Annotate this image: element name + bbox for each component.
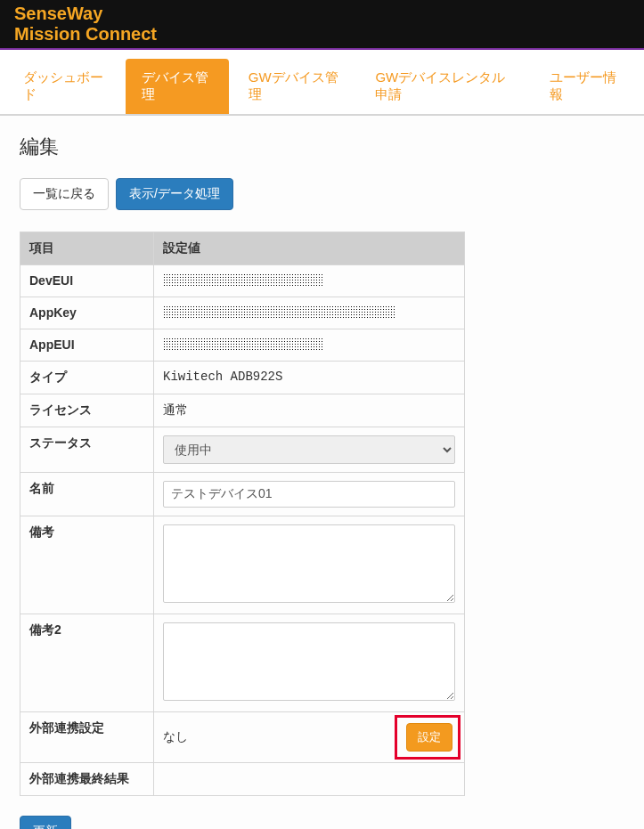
value-remarks-cell (154, 516, 465, 614)
value-remarks2-cell (154, 614, 465, 712)
value-appeui (154, 329, 465, 362)
tab-user-info[interactable]: ユーザー情報 (534, 59, 637, 114)
label-type: タイプ (20, 362, 154, 394)
highlight-box: 設定 (395, 715, 461, 760)
page-title: 編集 (20, 134, 624, 160)
table-row: 外部連携最終結果 (20, 763, 465, 796)
value-appkey (154, 297, 465, 329)
redacted-deveui (163, 273, 323, 286)
value-status-cell: 使用中 (154, 427, 465, 473)
nav-tabs-wrap: ダッシュボード デバイス管理 GWデバイス管理 GWデバイスレンタル申請 ユーザ… (0, 50, 644, 116)
header-value: 設定値 (154, 232, 465, 265)
table-row: 備考2 (20, 614, 465, 712)
table-row: AppKey (20, 297, 465, 329)
value-ext-link-cell: なし 設定 (154, 712, 465, 763)
remarks-textarea[interactable] (163, 524, 455, 603)
redacted-appkey (163, 305, 395, 318)
configure-button[interactable]: 設定 (406, 723, 452, 752)
brand-line1: SenseWay (14, 4, 630, 24)
table-row: ライセンス 通常 (20, 394, 465, 427)
device-settings-table: 項目 設定値 DevEUI AppKey AppEUI タイプ Kiwitech… (20, 232, 465, 796)
update-row: 更新 (20, 816, 624, 829)
nav-tabs: ダッシュボード デバイス管理 GWデバイス管理 GWデバイスレンタル申請 ユーザ… (7, 59, 637, 114)
label-appeui: AppEUI (20, 329, 154, 362)
name-input[interactable] (163, 481, 455, 508)
tab-gw-device-management[interactable]: GWデバイス管理 (232, 59, 356, 114)
status-select[interactable]: 使用中 (163, 435, 455, 464)
table-row: 外部連携設定 なし 設定 (20, 712, 465, 763)
tab-gw-device-rental[interactable]: GWデバイスレンタル申請 (359, 59, 530, 114)
topbar: SenseWay Mission Connect (0, 0, 644, 50)
label-deveui: DevEUI (20, 265, 154, 297)
label-remarks: 備考 (20, 516, 154, 614)
label-ext-link: 外部連携設定 (20, 712, 154, 763)
tab-dashboard[interactable]: ダッシュボード (7, 59, 122, 114)
page-body: 編集 一覧に戻る 表示/データ処理 項目 設定値 DevEUI AppKey A… (0, 116, 644, 829)
remarks2-textarea[interactable] (163, 622, 455, 701)
ext-link-value: なし (163, 729, 188, 745)
value-type: Kiwitech ADB922S (154, 362, 465, 394)
label-license: ライセンス (20, 394, 154, 427)
label-ext-result: 外部連携最終結果 (20, 763, 154, 796)
redacted-appeui (163, 337, 323, 350)
label-remarks2: 備考2 (20, 614, 154, 712)
view-data-button[interactable]: 表示/データ処理 (116, 178, 233, 210)
header-item: 項目 (20, 232, 154, 265)
table-row: タイプ Kiwitech ADB922S (20, 362, 465, 394)
label-name: 名前 (20, 473, 154, 516)
label-status: ステータス (20, 427, 154, 473)
table-row: 備考 (20, 516, 465, 614)
table-row: DevEUI (20, 265, 465, 297)
update-button[interactable]: 更新 (20, 816, 71, 829)
table-row: ステータス 使用中 (20, 427, 465, 473)
action-buttons: 一覧に戻る 表示/データ処理 (20, 178, 624, 210)
value-ext-result (154, 763, 465, 796)
value-deveui (154, 265, 465, 297)
brand-line2: Mission Connect (14, 24, 630, 45)
table-row: AppEUI (20, 329, 465, 362)
value-name-cell (154, 473, 465, 516)
label-appkey: AppKey (20, 297, 154, 329)
table-row: 名前 (20, 473, 465, 516)
tab-device-management[interactable]: デバイス管理 (126, 59, 229, 114)
back-to-list-button[interactable]: 一覧に戻る (20, 178, 109, 210)
brand-logo: SenseWay Mission Connect (14, 4, 630, 45)
value-license: 通常 (154, 394, 465, 427)
